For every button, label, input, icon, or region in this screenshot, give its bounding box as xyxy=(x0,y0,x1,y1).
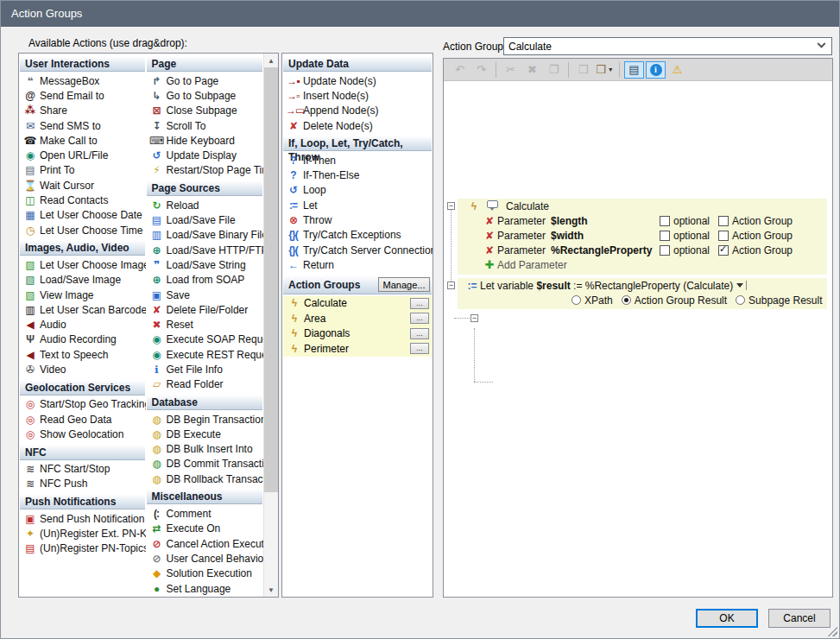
action-item-try-catch-exceptions[interactable]: {}(Try/Catch Exceptions xyxy=(282,228,433,243)
edit-group-button[interactable]: ... xyxy=(410,313,429,324)
let-variable-block[interactable]: := Let variable $result := %RectanglePro… xyxy=(458,278,827,309)
action-item-delete-node-s[interactable]: ✘Delete Node(s) xyxy=(282,118,433,133)
action-item-get-file-info[interactable]: ℹGet File Info xyxy=(146,362,264,376)
action-item-update-display[interactable]: ↺Update Display xyxy=(146,148,264,162)
action-item-load-save-image[interactable]: ▧Load/Save Image xyxy=(19,273,146,288)
undo-icon[interactable]: ↶ xyxy=(450,61,470,79)
action-item-close-subpage[interactable]: ⊠Close Subpage xyxy=(146,104,264,118)
action-item-start-stop-geo-tracking[interactable]: ◎Start/Stop Geo Tracking xyxy=(19,397,146,412)
left-panel-scrollbar[interactable]: ▲ ▼ xyxy=(263,54,278,597)
action-item-load-save-file[interactable]: ▤Load/Save File xyxy=(146,212,264,227)
action-group-checkbox[interactable] xyxy=(718,231,729,241)
delete-parameter-icon[interactable]: ✘ xyxy=(482,230,497,242)
info-icon[interactable]: i xyxy=(646,61,666,79)
action-item-send-push-notification[interactable]: ▣Send Push Notification xyxy=(19,511,146,526)
action-item-audio-recording[interactable]: ΨAudio Recording xyxy=(19,332,146,347)
action-item-solution-execution[interactable]: ◆Solution Execution xyxy=(146,566,264,581)
scrollbar-thumb[interactable] xyxy=(264,67,278,492)
action-item-messagebox[interactable]: ❝MessageBox xyxy=(19,73,146,88)
delete-parameter-icon[interactable]: ✘ xyxy=(482,215,497,227)
scroll-down-icon[interactable]: ▼ xyxy=(264,583,278,597)
action-item-share[interactable]: ⁂Share xyxy=(19,104,146,118)
optional-checkbox[interactable] xyxy=(660,216,670,226)
ok-button[interactable]: OK xyxy=(696,609,758,628)
action-item-save[interactable]: ▣Save xyxy=(146,288,264,302)
action-item-scroll-to[interactable]: ↧Scroll To xyxy=(146,118,264,133)
action-group-item-perimeter[interactable]: ϟPerimeter... xyxy=(283,341,432,357)
parameter-row-rectangleproperty[interactable]: ✘Parameter%RectanglePropertyoptionalActi… xyxy=(458,243,827,257)
action-item-db-commit-transaction[interactable]: ◍DB Commit Transaction xyxy=(146,457,264,471)
action-group-item-diagonals[interactable]: ϟDiagonals... xyxy=(283,326,432,342)
action-item-user-cancel-behavior[interactable]: ⊘User Cancel Behavior xyxy=(146,551,264,566)
redo-icon[interactable]: ↷ xyxy=(471,61,491,79)
action-item-nfc-start-stop[interactable]: ≋NFC Start/Stop xyxy=(19,462,146,477)
action-item-show-geolocation[interactable]: ◎Show Geolocation xyxy=(19,427,146,441)
action-item-loop[interactable]: ↺Loop xyxy=(282,183,433,198)
action-item-read-geo-data[interactable]: ◎Read Geo Data xyxy=(19,412,146,427)
action-item-open-url-file[interactable]: ◉Open URL/File xyxy=(19,148,146,162)
action-item-read-folder[interactable]: ▱Read Folder xyxy=(146,377,264,392)
action-item-db-execute[interactable]: ◍DB Execute xyxy=(146,427,264,441)
warning-icon[interactable]: ⚠ xyxy=(667,61,687,79)
action-item-load-save-string[interactable]: ❞Load/Save String xyxy=(146,257,264,272)
edit-group-button[interactable]: ... xyxy=(410,328,429,339)
paste-append-icon[interactable]: ❒▼ xyxy=(595,61,615,79)
action-item-db-bulk-insert-into[interactable]: ◍DB Bulk Insert Into xyxy=(146,442,264,457)
collapse-toggle[interactable]: − xyxy=(447,202,455,210)
action-item-audio[interactable]: ◀Audio xyxy=(19,317,146,332)
action-item-text-to-speech[interactable]: ◀Text to Speech xyxy=(19,347,146,362)
parameter-row-width[interactable]: ✘Parameter$widthoptionalAction Group xyxy=(458,228,827,243)
action-group-checkbox[interactable] xyxy=(718,245,729,256)
action-item-let-user-choose-image[interactable]: ▧Let User Choose Image xyxy=(19,257,146,272)
action-item-send-sms-to[interactable]: ✉Send SMS to xyxy=(19,118,146,133)
edit-group-button[interactable]: ... xyxy=(410,343,429,354)
action-item-let-user-choose-time[interactable]: ◷Let User Choose Time xyxy=(19,223,146,237)
action-item-un-register-ext-pn-key[interactable]: ✦(Un)Register Ext. PN-Key xyxy=(19,526,146,541)
paste-icon[interactable]: ❒ xyxy=(573,61,593,79)
action-item-execute-rest-request[interactable]: ◉Execute REST Request xyxy=(146,347,264,362)
action-item-db-begin-transaction[interactable]: ◍DB Begin Transaction xyxy=(146,412,264,427)
cancel-button[interactable]: Cancel xyxy=(768,609,831,628)
action-item-insert-node-s[interactable]: →▫Insert Node(s) xyxy=(282,88,433,103)
cut-icon[interactable]: ✂ xyxy=(501,61,521,79)
action-item-update-node-s[interactable]: →▪Update Node(s) xyxy=(282,73,433,88)
action-item-load-from-soap[interactable]: ⊕Load from SOAP xyxy=(146,273,264,288)
delete-parameter-icon[interactable]: ✘ xyxy=(482,244,497,256)
action-item-un-register-pn-topics[interactable]: ▤(Un)Register PN-Topics xyxy=(19,541,146,556)
action-item-set-language[interactable]: ●Set Language xyxy=(146,581,264,596)
action-item-let-user-choose-date[interactable]: ▦Let User Choose Date xyxy=(19,208,146,223)
action-item-cancel-action-execution[interactable]: ⊘Cancel Action Execution xyxy=(146,536,264,551)
action-item-comment[interactable]: (:Comment xyxy=(146,506,264,521)
window-title-bar[interactable]: Action Groups xyxy=(1,1,839,27)
action-item-if-then-else[interactable]: ?If-Then-Else xyxy=(282,168,433,182)
action-item-send-email-to[interactable]: @Send Email to xyxy=(19,88,146,103)
scroll-up-icon[interactable]: ▲ xyxy=(264,54,278,67)
radio-action-group-result[interactable] xyxy=(622,295,631,305)
action-item-append-node-s[interactable]: →▭Append Node(s) xyxy=(282,104,433,118)
action-item-hide-keyboard[interactable]: ⌨Hide Keyboard xyxy=(146,133,264,148)
collapse-toggle[interactable]: − xyxy=(471,314,478,322)
action-item-view-image[interactable]: ▧View Image xyxy=(19,288,146,302)
copy-icon[interactable]: ❐ xyxy=(544,61,564,79)
action-item-delete-file-folder[interactable]: ✘Delete File/Folder xyxy=(146,302,264,317)
action-group-checkbox[interactable] xyxy=(718,216,729,226)
manage-button[interactable]: Manage... xyxy=(378,277,430,292)
action-item-go-to-subpage[interactable]: ↳Go to Subpage xyxy=(146,88,264,103)
action-item-execute-on[interactable]: ⇄Execute On xyxy=(146,522,264,536)
action-item-wait-cursor[interactable]: ⌛Wait Cursor xyxy=(19,178,146,193)
optional-checkbox[interactable] xyxy=(660,245,670,256)
action-item-if-then[interactable]: ?If-Then xyxy=(282,153,433,168)
action-item-let[interactable]: :=Let xyxy=(282,198,433,212)
action-item-make-call-to[interactable]: ☎Make Call to xyxy=(19,133,146,148)
dropdown-button[interactable] xyxy=(736,281,747,290)
action-item-db-rollback-transaction[interactable]: ◍DB Rollback Transaction xyxy=(146,471,264,486)
add-parameter-button[interactable]: ✚ Add Parameter xyxy=(458,257,827,272)
action-item-try-catch-server-connection[interactable]: {}(Try/Catch Server Connection xyxy=(282,243,433,257)
parameter-row-length[interactable]: ✘Parameter$lengthoptionalAction Group xyxy=(458,213,827,228)
radio-xpath[interactable] xyxy=(572,295,581,305)
collapse-toggle[interactable]: − xyxy=(447,282,455,289)
action-item-execute-soap-request[interactable]: ◉Execute SOAP Request xyxy=(146,332,264,347)
action-item-load-save-binary-file[interactable]: ▥Load/Save Binary File xyxy=(146,228,264,243)
action-group-item-area[interactable]: ϟArea... xyxy=(283,311,432,326)
action-item-reset[interactable]: ✖Reset xyxy=(146,317,264,332)
